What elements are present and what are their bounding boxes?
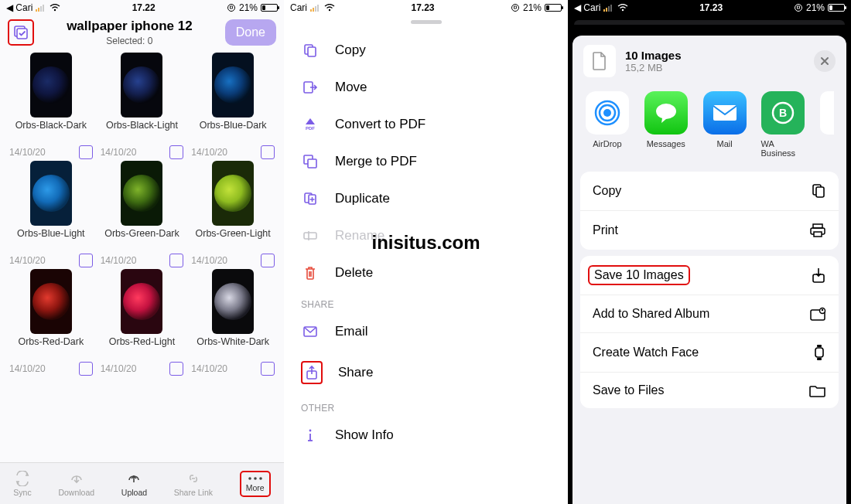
action-print[interactable]: Print: [580, 211, 839, 250]
file-checkbox[interactable]: [261, 254, 275, 267]
file-checkbox[interactable]: [169, 145, 183, 159]
sync-button[interactable]: Sync: [13, 471, 31, 497]
file-date: 14/10/20: [101, 147, 137, 158]
file-date: 14/10/20: [9, 363, 46, 374]
app-more[interactable]: [819, 91, 834, 139]
share-header: 10 Images 15,2 MB: [572, 36, 846, 87]
file-checkbox[interactable]: [79, 362, 93, 376]
shared-album-icon: [809, 306, 826, 322]
svg-rect-14: [315, 6, 316, 12]
file-checkbox[interactable]: [169, 362, 183, 376]
download-button[interactable]: Download: [58, 471, 94, 497]
file-name: Orbs-Blue-Light: [17, 229, 85, 252]
share-apps-row[interactable]: AirDrop Messages Mail B WA Business: [572, 87, 846, 165]
app-messages[interactable]: Messages: [644, 91, 689, 148]
close-button[interactable]: [814, 50, 836, 72]
bottom-toolbar: Sync Download Upload Share Link More: [0, 462, 284, 504]
action-create-watch-face[interactable]: Create Watch Face: [580, 333, 839, 373]
file-cell[interactable]: Orbs-Green-Dark14/10/20: [97, 161, 187, 267]
battery-pct: 21%: [806, 2, 825, 13]
file-cell[interactable]: Orbs-Blue-Dark14/10/20: [188, 53, 278, 159]
svg-point-36: [622, 9, 624, 11]
svg-point-5: [227, 5, 234, 12]
app-wa-business[interactable]: B WA Business: [760, 91, 805, 158]
wifi-icon: [324, 4, 335, 12]
rename-icon: [301, 228, 320, 243]
file-grid: Orbs-Black-Dark14/10/20Orbs-Black-Light1…: [0, 53, 284, 376]
done-button[interactable]: Done: [225, 19, 276, 46]
menu-email[interactable]: Email: [284, 313, 568, 350]
file-thumbnail: [30, 53, 72, 117]
file-name: Orbs-Black-Light: [106, 121, 178, 144]
menu-duplicate[interactable]: Duplicate: [284, 180, 568, 217]
svg-point-17: [511, 5, 518, 12]
share-link-button[interactable]: Share Link: [174, 471, 213, 497]
selection-count: Selected: 0: [34, 36, 225, 46]
signal-icon: [603, 4, 614, 12]
file-name: Orbs-Green-Light: [196, 229, 271, 252]
action-copy[interactable]: Copy: [580, 172, 839, 211]
action-save-to-files[interactable]: Save to Files: [580, 373, 839, 408]
file-thumbnail: [212, 161, 254, 226]
section-share: SHARE: [284, 291, 568, 313]
trash-icon: [301, 265, 320, 281]
file-cell[interactable]: Orbs-Green-Light14/10/20: [188, 161, 278, 267]
file-cell[interactable]: Orbs-Black-Light14/10/20: [97, 53, 187, 159]
file-date: 14/10/20: [191, 363, 227, 374]
file-checkbox[interactable]: [261, 145, 275, 159]
menu-share[interactable]: Share: [284, 350, 568, 395]
file-cell[interactable]: Orbs-Black-Dark14/10/20: [6, 53, 96, 159]
svg-text:B: B: [779, 107, 787, 119]
svg-point-31: [309, 430, 312, 432]
action-add-shared-album[interactable]: Add to Shared Album: [580, 295, 839, 333]
more-button[interactable]: More: [240, 471, 271, 497]
app-airdrop[interactable]: AirDrop: [585, 91, 630, 148]
file-date: 14/10/20: [191, 147, 227, 158]
menu-move[interactable]: Move: [284, 69, 568, 106]
svg-rect-15: [317, 5, 319, 12]
select-all-button[interactable]: [8, 19, 34, 46]
battery-icon: [545, 4, 562, 12]
file-checkbox[interactable]: [261, 362, 275, 376]
print-icon: [809, 222, 826, 239]
file-cell[interactable]: Orbs-Red-Dark14/10/20: [6, 269, 96, 376]
svg-point-4: [54, 9, 56, 11]
menu-delete[interactable]: Delete: [284, 254, 568, 291]
status-time: 17.23: [411, 2, 434, 13]
file-checkbox[interactable]: [79, 145, 93, 159]
menu-copy[interactable]: Copy: [284, 32, 568, 69]
file-date: 14/10/20: [101, 255, 137, 266]
file-cell[interactable]: Orbs-Red-Light14/10/20: [97, 269, 187, 376]
section-other: OTHER: [284, 395, 568, 417]
file-checkbox[interactable]: [79, 254, 93, 267]
file-cell[interactable]: Orbs-Blue-Light14/10/20: [6, 161, 96, 267]
svg-point-11: [259, 477, 262, 480]
signal-icon: [310, 4, 321, 12]
svg-rect-55: [817, 345, 822, 347]
info-icon: [301, 427, 320, 443]
sheet-handle[interactable]: [411, 20, 442, 24]
copy-icon: [811, 182, 826, 199]
folder-icon: [809, 383, 826, 397]
svg-rect-27: [304, 233, 316, 239]
svg-point-10: [254, 477, 257, 480]
file-name: Orbs-Red-Dark: [18, 337, 84, 360]
upload-button[interactable]: Upload: [121, 471, 147, 497]
file-date: 14/10/20: [9, 255, 46, 266]
menu-merge-pdf[interactable]: Merge to PDF: [284, 143, 568, 180]
app-mail[interactable]: Mail: [702, 91, 747, 148]
svg-rect-18: [514, 6, 516, 9]
file-thumbnail: [121, 161, 162, 226]
svg-rect-0: [36, 9, 37, 12]
menu-convert-pdf[interactable]: PDF Convert to PDF: [284, 106, 568, 143]
svg-rect-34: [608, 6, 610, 12]
status-bar: ◀ Cari 17.23 21%: [568, 0, 851, 15]
pdf-icon: PDF: [301, 117, 320, 132]
svg-rect-46: [816, 187, 824, 197]
file-checkbox[interactable]: [169, 254, 183, 267]
file-thumbnail: [121, 269, 162, 334]
menu-show-info[interactable]: Show Info: [284, 417, 568, 454]
files-pane: ◀ Cari 17.22 21% wallpaper iphone 12 Sel…: [0, 0, 284, 504]
action-save-images[interactable]: Save 10 Images: [580, 256, 839, 295]
file-cell[interactable]: Orbs-White-Dark14/10/20: [188, 269, 278, 376]
